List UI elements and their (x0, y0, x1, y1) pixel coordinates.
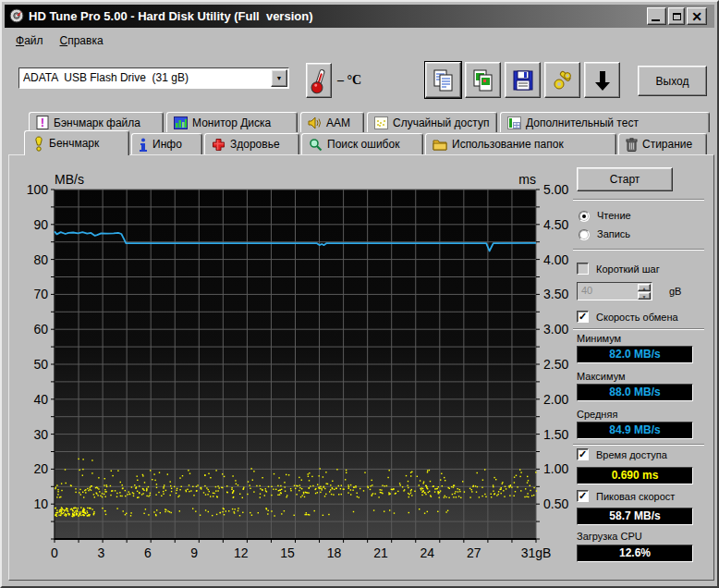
cpu-usage-label: Загрузка CPU (577, 531, 642, 542)
spin-down-icon: ▼ (642, 294, 647, 300)
maximize-icon (673, 13, 681, 20)
tab-benchmark[interactable]: Бенчмарк (24, 130, 129, 155)
tab-erase[interactable]: Стирание (618, 133, 707, 154)
menu-bar: Файл Справка (7, 31, 112, 51)
tab-info[interactable]: Инфо (131, 133, 202, 154)
benchmark-chart: 1009080706050403020105.004.504.003.503.0… (9, 155, 575, 571)
tab-label: Бенчмарк (49, 137, 99, 150)
tab-label: Стирание (642, 138, 692, 151)
svg-text:0.50: 0.50 (543, 496, 568, 511)
tab-label: Монитор Диска (192, 116, 271, 129)
access-time-checkbox[interactable]: ✓ (577, 448, 589, 460)
close-icon: ✕ (691, 9, 702, 24)
menu-help[interactable]: Справка (52, 31, 112, 51)
svg-text:40: 40 (33, 392, 48, 407)
tab-disk-monitor[interactable]: Монитор Диска (166, 112, 298, 132)
svg-text:18: 18 (327, 545, 342, 560)
svg-text:9: 9 (190, 545, 198, 560)
health-icon (212, 138, 225, 152)
read-radio[interactable] (579, 211, 590, 222)
options-button[interactable] (544, 62, 580, 98)
drive-select-dropdown-button[interactable]: ▼ (271, 69, 287, 87)
tab-label: Дополнительный тест (526, 116, 639, 129)
transfer-rate-checkbox[interactable]: ✓ (577, 311, 589, 323)
tab-label: Бэнчмарк файла (54, 116, 140, 129)
disk-monitor-icon (174, 116, 188, 129)
title-bar[interactable]: HD Tune Pro 5.00 - Hard Disk Utility (Fu… (5, 5, 714, 28)
copy-image-icon (471, 68, 495, 92)
copy-text-button[interactable] (425, 62, 461, 98)
benchmark-icon (33, 136, 44, 152)
burst-rate-label[interactable]: Пиковая скорост (596, 491, 675, 502)
check-icon: ✓ (579, 311, 587, 322)
tab-label: Поиск ошибок (327, 138, 399, 151)
separator (573, 328, 704, 330)
spin-up-icon: ▲ (642, 286, 647, 291)
svg-text:27: 27 (467, 545, 481, 560)
short-stroke-label[interactable]: Короткий шаг (596, 263, 660, 275)
read-radio-label[interactable]: Чтение (597, 210, 631, 221)
short-stroke-size-value: 40 (581, 285, 592, 296)
tab-folder-usage[interactable]: Использование папок (425, 133, 616, 154)
spin-down-button[interactable]: ▼ (638, 292, 651, 300)
aam-speaker-icon (308, 116, 322, 129)
info-icon (139, 138, 148, 152)
svg-text:3.50: 3.50 (543, 287, 568, 301)
svg-text:50: 50 (33, 357, 48, 372)
svg-text:3: 3 (98, 545, 105, 560)
temperature-button[interactable] (306, 63, 332, 98)
check-icon: ✓ (579, 490, 587, 501)
random-access-icon (374, 116, 388, 129)
tab-label: Использование папок (452, 138, 564, 151)
svg-text:4.50: 4.50 (543, 217, 568, 232)
svg-text:!: ! (41, 116, 44, 129)
tab-label: Случайный доступ (393, 116, 489, 129)
tab-label: Инфо (152, 138, 182, 151)
tab-aam[interactable]: AAM (300, 112, 364, 132)
menu-file[interactable]: Файл (7, 31, 52, 51)
separator (573, 249, 704, 251)
minimum-label: Минимум (577, 333, 621, 344)
maximum-value-box: 88.0 MB/s (577, 384, 693, 401)
exit-button-label: Выход (656, 75, 689, 88)
scroll-down-button[interactable] (584, 62, 620, 98)
file-benchmark-icon: ! (36, 116, 49, 129)
svg-text:3.00: 3.00 (543, 322, 568, 337)
burst-rate-checkbox[interactable]: ✓ (577, 490, 589, 502)
wrench-icon (551, 68, 575, 92)
drive-select[interactable]: ADATA USB Flash Drive (31 gB) ▼ (18, 67, 289, 89)
svg-text:10: 10 (33, 496, 48, 511)
write-radio-label[interactable]: Запись (597, 228, 630, 239)
close-button[interactable]: ✕ (687, 7, 707, 25)
exit-button[interactable]: Выход (638, 66, 707, 96)
transfer-rate-label[interactable]: Скорость обмена (596, 312, 678, 323)
tab-health[interactable]: Здоровье (204, 133, 299, 154)
copy-image-button[interactable] (465, 62, 501, 98)
chevron-down-icon: ▼ (276, 75, 283, 81)
short-stroke-size-input[interactable]: 40 ▲ ▼ (577, 282, 652, 300)
svg-text:60: 60 (33, 322, 48, 337)
window-title: HD Tune Pro 5.00 - Hard Disk Utility (Fu… (29, 5, 312, 28)
tab-file-benchmark[interactable]: ! Бэнчмарк файла (29, 112, 164, 132)
spin-up-button[interactable]: ▲ (638, 284, 651, 291)
access-time-value-box: 0.690 ms (577, 467, 693, 484)
save-button[interactable] (505, 62, 541, 98)
svg-text:15: 15 (280, 545, 295, 560)
average-label: Средняя (577, 409, 617, 420)
temperature-value: – °C (337, 70, 385, 91)
svg-text:24: 24 (420, 545, 435, 560)
arrow-down-icon (591, 68, 615, 92)
extra-tests-icon (507, 116, 521, 129)
tab-error-scan[interactable]: Поиск ошибок (301, 133, 423, 154)
minimize-button[interactable] (647, 7, 666, 25)
access-time-label[interactable]: Время доступа (596, 449, 667, 460)
short-stroke-checkbox[interactable] (577, 263, 589, 275)
svg-text:2.00: 2.00 (543, 392, 568, 407)
start-button[interactable]: Старт (577, 167, 673, 191)
maximize-button[interactable] (668, 7, 685, 25)
tab-extra-tests[interactable]: Дополнительный тест (500, 112, 710, 132)
tab-label: AAM (326, 116, 350, 129)
write-radio[interactable] (579, 229, 590, 240)
svg-text:4.00: 4.00 (543, 252, 568, 267)
tab-random-access[interactable]: Случайный доступ (367, 112, 497, 132)
